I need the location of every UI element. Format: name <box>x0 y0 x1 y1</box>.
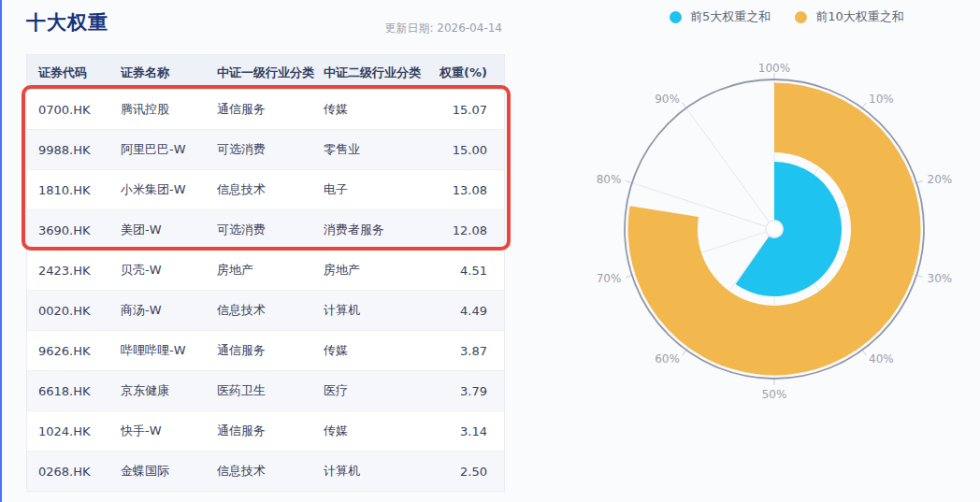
table-cell: 2423.HK <box>27 264 121 278</box>
table-cell: 美团-W <box>121 222 217 238</box>
table-cell: 计算机 <box>324 463 434 480</box>
table-row: 2423.HK贝壳-W房地产房地产4.51 <box>27 250 504 290</box>
table-cell: 医药卫生 <box>217 382 324 399</box>
axis-tick-label: 10% <box>869 93 894 106</box>
column-header: 权重(%) <box>434 65 504 81</box>
top-weights-panel: 十大权重 更新日期: 2026-04-14 证券代码证券名称中证一级行业分类中证… <box>0 0 980 502</box>
table-cell: 12.08 <box>434 223 504 237</box>
table-body: 0700.HK腾讯控股通信服务传媒15.079988.HK阿里巴巴-W可选消费零… <box>27 90 504 491</box>
legend-dot-top10 <box>795 11 807 23</box>
axis-tick-label: 40% <box>869 352 894 366</box>
table-cell: 通信服务 <box>217 342 324 359</box>
table-cell: 3.14 <box>434 424 504 438</box>
table-cell: 小米集团-W <box>121 181 217 198</box>
table-cell: 0268.HK <box>27 465 121 479</box>
legend-item-top10[interactable]: 前10大权重之和 <box>795 8 904 25</box>
table-cell: 腾讯控股 <box>121 101 217 118</box>
axis-tick <box>626 275 632 277</box>
column-header: 证券代码 <box>27 65 121 81</box>
table-cell: 传媒 <box>324 423 434 439</box>
axis-tick-label: 60% <box>655 352 680 366</box>
table-cell: 3.87 <box>434 344 504 358</box>
page-title: 十大权重 <box>26 9 108 36</box>
axis-tick-label: 80% <box>597 173 622 186</box>
table-row: 9988.HK阿里巴巴-W可选消费零售业15.00 <box>27 129 504 169</box>
chart-center-hub <box>766 221 783 237</box>
table-cell: 哔哩哔哩-W <box>121 342 217 359</box>
table-cell: 房地产 <box>324 262 434 279</box>
table-header-row: 证券代码证券名称中证一级行业分类中证二级行业分类权重(%) <box>27 55 504 90</box>
table-row: 0020.HK商汤-W信息技术计算机4.49 <box>27 290 504 330</box>
table-cell: 计算机 <box>324 302 434 319</box>
axis-tick <box>862 103 866 108</box>
table-cell: 信息技术 <box>217 302 324 319</box>
table-cell: 消费者服务 <box>324 222 434 238</box>
table-cell: 0020.HK <box>27 304 121 318</box>
table-cell: 可选消费 <box>217 222 324 238</box>
table-cell: 京东健康 <box>121 382 217 399</box>
axis-tick-label: 70% <box>597 272 622 285</box>
polar-chart: 10%20%30%40%50%60%70%80%90%100% <box>577 32 972 426</box>
axis-tick-label: 20% <box>928 173 953 186</box>
table-cell: 4.51 <box>434 264 504 278</box>
axis-tick <box>862 350 866 355</box>
table-cell: 1024.HK <box>27 424 121 438</box>
axis-tick <box>916 275 923 277</box>
weights-table: 证券代码证券名称中证一级行业分类中证二级行业分类权重(%) 0700.HK腾讯控… <box>26 54 505 492</box>
table-cell: 零售业 <box>324 141 434 158</box>
table-cell: 13.08 <box>434 183 504 197</box>
table-cell: 电子 <box>324 181 434 198</box>
axis-tick <box>916 180 923 182</box>
table-cell: 阿里巴巴-W <box>121 141 217 158</box>
table-row: 3690.HK美团-W可选消费消费者服务12.08 <box>27 209 504 250</box>
table-cell: 15.07 <box>434 103 504 117</box>
table-cell: 可选消费 <box>217 141 324 158</box>
table-cell: 1810.HK <box>27 183 121 197</box>
chart-legend: 前5大权重之和 前10大权重之和 <box>670 8 904 25</box>
table-cell: 信息技术 <box>217 463 324 480</box>
table-header: 证券代码证券名称中证一级行业分类中证二级行业分类权重(%) <box>27 55 504 90</box>
table-cell: 信息技术 <box>217 181 324 198</box>
axis-tick-label: 90% <box>655 93 680 106</box>
table-row: 1810.HK小米集团-W信息技术电子13.08 <box>27 169 504 209</box>
axis-tick-label: 30% <box>928 272 953 285</box>
left-accent-line <box>0 0 2 502</box>
table-cell: 通信服务 <box>217 423 324 439</box>
axis-tick <box>683 103 686 108</box>
table-cell: 2.50 <box>434 465 504 479</box>
legend-item-top5[interactable]: 前5大权重之和 <box>670 8 771 25</box>
table-cell: 通信服务 <box>217 101 324 118</box>
table-cell: 15.00 <box>434 143 504 157</box>
table-cell: 9988.HK <box>27 143 121 157</box>
series-top5-sector[interactable] <box>736 162 842 296</box>
table-cell: 房地产 <box>217 262 324 279</box>
table-cell: 金蝶国际 <box>121 463 217 480</box>
axis-tick-label: 100% <box>758 62 790 75</box>
table-cell: 快手-W <box>121 423 217 439</box>
axis-tick-label: 50% <box>762 388 787 401</box>
axis-tick <box>626 180 632 182</box>
legend-label-top10: 前10大权重之和 <box>815 8 904 25</box>
update-date: 更新日期: 2026-04-14 <box>296 21 502 36</box>
table-row: 0700.HK腾讯控股通信服务传媒15.07 <box>27 90 504 129</box>
table-cell: 医疗 <box>324 382 434 399</box>
table-row: 0268.HK金蝶国际信息技术计算机2.50 <box>27 451 504 491</box>
column-header: 中证一级行业分类 <box>217 65 324 81</box>
column-header: 证券名称 <box>121 65 217 81</box>
table-row: 9626.HK哔哩哔哩-W通信服务传媒3.87 <box>27 330 504 370</box>
table-cell: 3.79 <box>434 384 504 398</box>
table-cell: 传媒 <box>324 342 434 359</box>
table-cell: 6618.HK <box>27 384 121 398</box>
table-cell: 0700.HK <box>27 103 121 117</box>
table-cell: 9626.HK <box>27 344 121 358</box>
table-cell: 贝壳-W <box>121 262 217 279</box>
table-cell: 商汤-W <box>121 302 217 319</box>
axis-tick <box>683 350 686 355</box>
column-header: 中证二级行业分类 <box>324 65 434 81</box>
table-row: 1024.HK快手-W通信服务传媒3.14 <box>27 410 504 451</box>
legend-dot-top5 <box>670 11 682 23</box>
table-cell: 3690.HK <box>27 223 121 237</box>
table-cell: 4.49 <box>434 304 504 318</box>
table-cell: 传媒 <box>324 101 434 118</box>
legend-label-top5: 前5大权重之和 <box>690 8 771 25</box>
